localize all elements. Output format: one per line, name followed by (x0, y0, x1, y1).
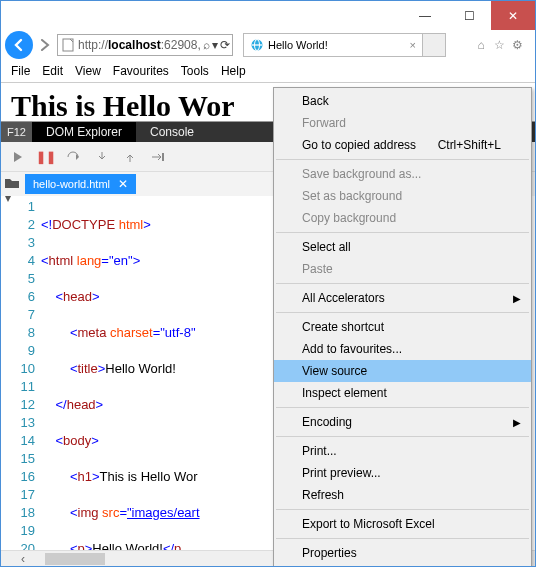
step-out-icon[interactable] (121, 148, 139, 166)
file-tab-label: hello-world.html (33, 178, 110, 190)
page-icon (60, 37, 76, 53)
forward-button[interactable] (35, 31, 55, 59)
settings-icon[interactable]: ⚙ (509, 38, 525, 52)
tab-title: Hello World! (268, 39, 328, 51)
ctx-separator (276, 509, 529, 510)
ctx-separator (276, 312, 529, 313)
break-all-icon[interactable] (149, 148, 167, 166)
submenu-arrow-icon: ▶ (513, 417, 521, 428)
step-over-icon[interactable] (65, 148, 83, 166)
ctx-properties[interactable]: Properties (274, 542, 531, 564)
ctx-back[interactable]: Back (274, 90, 531, 112)
ctx-separator (276, 232, 529, 233)
ctx-copy-bg: Copy background (274, 207, 531, 229)
menu-tools[interactable]: Tools (181, 64, 209, 78)
ctx-encoding[interactable]: Encoding▶ (274, 411, 531, 433)
ctx-create-shortcut[interactable]: Create shortcut (274, 316, 531, 338)
ctx-inspect[interactable]: Inspect element (274, 382, 531, 404)
menu-edit[interactable]: Edit (42, 64, 63, 78)
menu-help[interactable]: Help (221, 64, 246, 78)
file-tab[interactable]: hello-world.html ✕ (25, 174, 136, 194)
step-into-icon[interactable] (93, 148, 111, 166)
ctx-select-all[interactable]: Select all (274, 236, 531, 258)
devtools-tab-dom[interactable]: DOM Explorer (32, 122, 136, 142)
context-menu: Back Forward Go to copied addressCtrl+Sh… (273, 87, 532, 567)
ctx-export-excel[interactable]: Export to Microsoft Excel (274, 513, 531, 535)
browser-tab[interactable]: Hello World! × (243, 33, 423, 57)
ctx-print-preview[interactable]: Print preview... (274, 462, 531, 484)
ctx-separator (276, 538, 529, 539)
back-button[interactable] (5, 31, 33, 59)
ctx-accelerators[interactable]: All Accelerators▶ (274, 287, 531, 309)
ctx-set-bg: Set as background (274, 185, 531, 207)
close-button[interactable]: ✕ (491, 1, 535, 30)
ctx-view-source[interactable]: View source (274, 360, 531, 382)
scroll-left-icon[interactable]: ‹ (21, 552, 25, 566)
minimize-button[interactable]: — (403, 1, 447, 30)
submenu-arrow-icon: ▶ (513, 293, 521, 304)
scroll-thumb[interactable] (45, 553, 105, 565)
maximize-button[interactable]: ☐ (447, 1, 491, 30)
ctx-forward: Forward (274, 112, 531, 134)
address-bar[interactable]: http://localhost:62908, ⌕ ▾ ⟳ (57, 34, 233, 56)
play-icon[interactable] (9, 148, 27, 166)
ctx-refresh[interactable]: Refresh (274, 484, 531, 506)
home-icon[interactable]: ⌂ (473, 38, 489, 52)
ctx-paste: Paste (274, 258, 531, 280)
ctx-add-favourites[interactable]: Add to favourites... (274, 338, 531, 360)
ctx-separator (276, 407, 529, 408)
ie-icon (250, 38, 264, 52)
caption-icons: ⌂ ☆ ⚙ (473, 38, 531, 52)
menu-favourites[interactable]: Favourites (113, 64, 169, 78)
nav-bar: http://localhost:62908, ⌕ ▾ ⟳ Hello Worl… (1, 30, 535, 60)
ctx-goto-copied[interactable]: Go to copied addressCtrl+Shift+L (274, 134, 531, 156)
url-text: http://localhost:62908, (78, 38, 203, 52)
file-tab-close-icon[interactable]: ✕ (118, 177, 128, 191)
search-icon[interactable]: ⌕ (203, 38, 210, 52)
svg-rect-3 (162, 153, 164, 161)
ctx-separator (276, 436, 529, 437)
ctx-separator (276, 283, 529, 284)
new-tab-button[interactable] (422, 33, 446, 57)
folder-icon[interactable]: ▾ (5, 176, 21, 192)
ctx-separator (276, 159, 529, 160)
window-titlebar: — ☐ ✕ (1, 1, 535, 30)
menu-view[interactable]: View (75, 64, 101, 78)
tab-strip: Hello World! × (243, 33, 471, 57)
refresh-icon[interactable]: ⟳ (220, 38, 230, 52)
menu-bar: File Edit View Favourites Tools Help (1, 60, 535, 82)
devtools-tab-console[interactable]: Console (136, 122, 208, 142)
url-dropdown-icon[interactable]: ▾ (212, 38, 218, 52)
line-gutter: 1234567891011121314151617181920 (1, 198, 41, 550)
favourites-icon[interactable]: ☆ (491, 38, 507, 52)
menu-file[interactable]: File (11, 64, 30, 78)
pause-icon[interactable]: ❚❚ (37, 148, 55, 166)
f12-badge: F12 (1, 122, 32, 142)
tab-close-icon[interactable]: × (410, 39, 416, 51)
ctx-save-bg: Save background as... (274, 163, 531, 185)
ctx-print[interactable]: Print... (274, 440, 531, 462)
